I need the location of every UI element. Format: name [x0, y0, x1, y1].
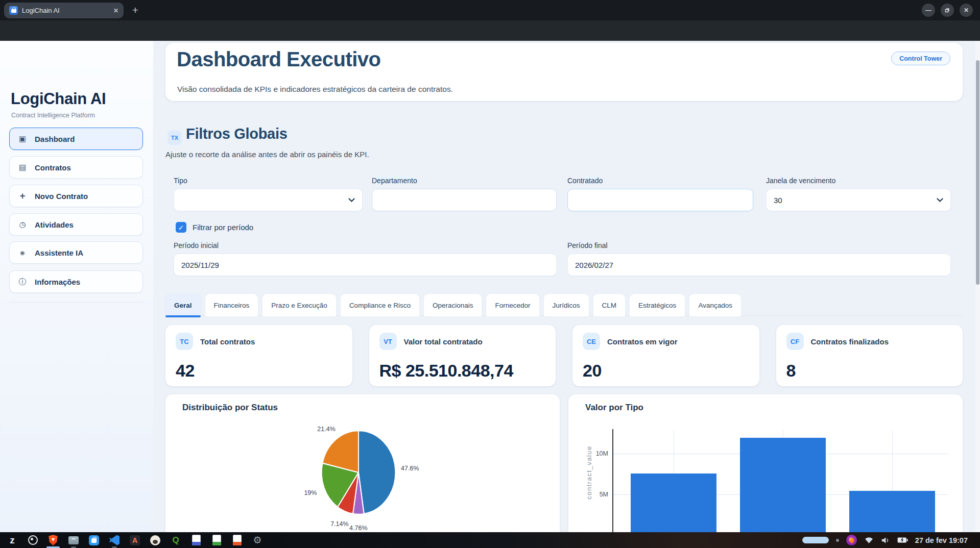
y-tick-label: 5M — [568, 491, 608, 498]
bar — [849, 491, 935, 532]
chevron-down-icon — [937, 198, 943, 202]
y-tick-label: 10M — [568, 450, 608, 457]
gimp-icon[interactable] — [149, 534, 161, 546]
kpi-value: 8 — [786, 361, 796, 381]
volume-icon[interactable] — [881, 536, 890, 544]
libreoffice-writer-icon[interactable] — [190, 534, 202, 546]
tab-geral[interactable]: Geral — [165, 294, 201, 316]
sidebar-item-novo-contrato[interactable]: + Novo Contrato — [9, 185, 143, 207]
screen: LogiChain AI ✕ + — ✕ localho — [0, 0, 980, 548]
kpi-tabs: Geral Financeiros Prazo e Execução Compl… — [165, 294, 963, 316]
tab-estrategicos[interactable]: Estratégicos — [630, 294, 685, 316]
tipo-label: Tipo — [174, 177, 363, 185]
kpi-value: R$ 25.510.848,74 — [379, 361, 513, 381]
page-title: Dashboard Executivo — [177, 48, 381, 71]
software-store-icon[interactable] — [88, 534, 100, 546]
info-icon: ⓘ — [17, 277, 28, 287]
battery-icon — [897, 537, 908, 543]
sidebar-item-atividades[interactable]: ◷ Atividades — [9, 213, 143, 236]
obs-icon[interactable] — [27, 534, 39, 546]
window-controls: — ✕ — [922, 4, 973, 17]
kpi-badge: VT — [379, 333, 397, 350]
tab-operacionais[interactable]: Operacionais — [424, 294, 482, 316]
pie-chart-card: Distribuição por Status 47.6%4.76%7.14%1… — [165, 394, 560, 532]
janela-select[interactable]: 30 — [766, 189, 951, 211]
tab-avancados[interactable]: Avançados — [689, 294, 741, 316]
wifi-icon[interactable] — [864, 536, 874, 544]
window-minimize-button[interactable]: — — [922, 4, 935, 17]
page-subtitle: Visão consolidada de KPIs e indicadores … — [177, 85, 453, 94]
app-a-icon[interactable]: A — [129, 534, 141, 546]
periodo-inicial-input[interactable]: 2025/11/29 — [174, 254, 557, 276]
departamento-input[interactable] — [372, 189, 557, 211]
divider — [9, 302, 143, 303]
window-restore-button[interactable] — [941, 4, 954, 17]
tab-compliance-e-risco[interactable]: Compliance e Risco — [341, 294, 419, 316]
pie-slice-label: 19% — [304, 489, 317, 496]
libreoffice-calc-icon[interactable] — [210, 534, 223, 546]
sidebar-item-assistente-ia[interactable]: ◉ Assistente IA — [9, 241, 143, 264]
brave-browser-icon[interactable] — [47, 534, 59, 546]
dashboard-icon: ▣ — [17, 134, 28, 143]
kpi-total-contratos: TCTotal contratos 42 — [165, 325, 352, 386]
browser-tab-strip: LogiChain AI ✕ + — ✕ — [0, 0, 980, 20]
vscode-icon[interactable] — [108, 534, 121, 546]
tab-juridicos[interactable]: Jurídicos — [544, 294, 589, 316]
tab-clm[interactable]: CLM — [593, 294, 626, 316]
taskbar-clock: 27 de fev 19:07 — [915, 536, 968, 544]
chevron-down-icon — [348, 198, 355, 202]
qgis-icon[interactable]: Q — [170, 534, 182, 546]
taskbar: z A Q ⚙ 27 de — [0, 532, 980, 548]
zorin-menu-icon[interactable]: z — [6, 534, 18, 546]
pie-slice-label: 7.14% — [330, 520, 348, 528]
kpi-contratos-em-vigor: CEContratos em vigor 20 — [572, 325, 759, 386]
tab-fornecedor[interactable]: Fornecedor — [486, 294, 539, 316]
assistant-icon: ◉ — [17, 250, 28, 256]
browser-toolbar: localhost:8501/?menu=dashboard x̄A — [0, 20, 980, 41]
page-scrollbar[interactable] — [975, 41, 980, 532]
page-header: Dashboard Executivo Visão consolidada de… — [165, 43, 963, 101]
scrollbar-thumb[interactable] — [976, 60, 979, 285]
periodo-checkbox[interactable]: ✓ — [176, 222, 186, 233]
flame-app-icon[interactable] — [846, 535, 857, 545]
kpi-valor-total: VTValor total contratado R$ 25.510.848,7… — [369, 325, 556, 386]
tab-close-icon[interactable]: ✕ — [113, 7, 118, 14]
y-axis-line — [612, 429, 613, 532]
tab-prazo-e-execucao[interactable]: Prazo e Execução — [262, 294, 336, 316]
window-close-button[interactable]: ✕ — [960, 4, 973, 17]
pie-slice-label: 4.76% — [349, 525, 367, 532]
plus-icon: + — [17, 190, 28, 202]
kpi-value: 42 — [176, 361, 195, 381]
tab-title: LogiChain AI — [22, 7, 109, 14]
dock-toggle[interactable] — [802, 537, 829, 543]
pie-slice-label: 47.6% — [401, 465, 419, 472]
filters-title: Filtros Globais — [186, 126, 288, 142]
control-tower-badge[interactable]: Control Tower — [891, 52, 950, 65]
filters-description: Ajuste o recorte da análise antes de abr… — [165, 150, 369, 159]
departamento-label: Departamento — [372, 177, 557, 185]
pie-plot: 47.6%4.76%7.14%19%21.4% — [165, 394, 560, 532]
charts-row: Distribuição por Status 47.6%4.76%7.14%1… — [165, 394, 963, 532]
sidebar-item-informacoes[interactable]: ⓘ Informações — [9, 270, 143, 293]
new-tab-button[interactable]: + — [129, 4, 142, 17]
sidebar: LogiChain AI Contract Intelligence Platf… — [0, 41, 153, 532]
browser-tab[interactable]: LogiChain AI ✕ — [4, 3, 124, 18]
bar-plot: contract_value 5M10M — [568, 394, 963, 532]
kpi-cards: TCTotal contratos 42 VTValor total contr… — [165, 325, 963, 386]
tab-favicon-icon — [9, 6, 18, 15]
indicator-dot — [836, 539, 839, 542]
list-icon: ▤ — [17, 163, 28, 172]
bar-chart-card: Valor por Tipo contract_value 5M10M — [568, 394, 963, 532]
kpi-badge: CE — [583, 333, 600, 350]
settings-gear-icon[interactable]: ⚙ — [251, 534, 264, 546]
tab-financeiros[interactable]: Financeiros — [205, 294, 258, 316]
sidebar-item-dashboard[interactable]: ▣ Dashboard — [9, 128, 143, 150]
file-manager-icon[interactable] — [67, 534, 80, 546]
libreoffice-impress-icon[interactable] — [231, 534, 243, 546]
contratado-input[interactable] — [567, 189, 753, 211]
app-logo: LogiChain AI — [11, 90, 106, 108]
sidebar-item-contratos[interactable]: ▤ Contratos — [9, 156, 143, 179]
tipo-select[interactable] — [174, 189, 363, 211]
periodo-final-input[interactable]: 2026/02/27 — [567, 254, 951, 276]
bar — [631, 474, 716, 532]
